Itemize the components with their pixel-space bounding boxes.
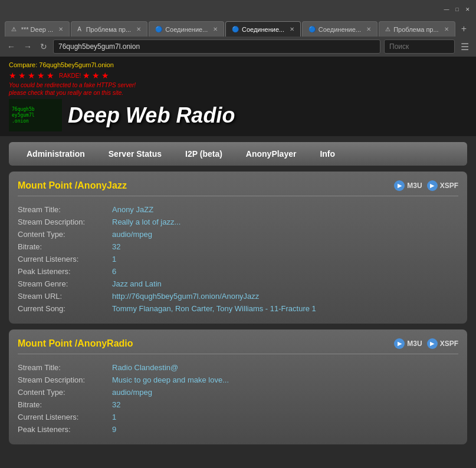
card-header-1: Mount Point /AnonyJazz ▶ M3U ▶ XSPF xyxy=(18,180,458,196)
xspf-icon-1: ▶ xyxy=(427,180,438,191)
field-value: audio/mpeg xyxy=(112,228,458,240)
compare-url: 76qugh5bey5gum7l.onion xyxy=(39,61,114,68)
maximize-button[interactable]: □ xyxy=(454,6,461,13)
address-bar: ← → ↻ ☰ xyxy=(0,37,476,57)
m3u-button-1[interactable]: ▶ M3U xyxy=(394,180,422,191)
tab-6[interactable]: ⚠ Проблема пр... ✕ xyxy=(379,21,455,37)
back-button[interactable]: ← xyxy=(5,41,18,52)
tab-close-5[interactable]: ✕ xyxy=(366,26,371,32)
tab-close-3[interactable]: ✕ xyxy=(213,26,218,32)
tab-close-1[interactable]: ✕ xyxy=(58,26,63,32)
nav-i2p-beta[interactable]: I2P (beta) xyxy=(173,149,234,159)
tab-2[interactable]: А Проблема пр... ✕ xyxy=(71,21,147,37)
field-value: Jazz and Latin xyxy=(112,278,458,290)
compare-label: Compare: xyxy=(9,61,37,68)
star-7: ★ xyxy=(92,71,100,80)
browser-menu-button[interactable]: ☰ xyxy=(458,40,471,54)
field-value: 9 xyxy=(112,423,458,436)
table-row: Stream Title: Radio Clandestin@ xyxy=(18,361,458,374)
field-label: Bitrate: xyxy=(18,240,112,253)
m3u-icon-2: ▶ xyxy=(394,338,405,349)
table-row: Bitrate: 32 xyxy=(18,240,458,253)
xspf-button-2[interactable]: ▶ XSPF xyxy=(427,338,458,349)
tab-3[interactable]: 🔵 Соединение... ✕ xyxy=(149,21,224,37)
field-label: Bitrate: xyxy=(18,398,112,411)
table-row: Content Type: audio/mpeg xyxy=(18,228,458,240)
field-value: Music to go deep and make love... xyxy=(112,374,458,386)
mount-card-2: Mount Point /AnonyRadio ▶ M3U ▶ XSPF Str… xyxy=(9,329,467,444)
stream-url-value[interactable]: http://76qugh5bey5gum7l.onion/AnonyJazz xyxy=(112,290,458,302)
table-row: Bitrate: 32 xyxy=(18,398,458,411)
field-label: Stream Title: xyxy=(18,203,112,216)
star-2: ★ xyxy=(18,71,26,80)
xspf-icon-2: ▶ xyxy=(427,338,438,349)
url-input[interactable] xyxy=(53,39,380,54)
tab-close-4[interactable]: ✕ xyxy=(290,26,294,32)
field-label: Content Type: xyxy=(18,228,112,240)
field-label: Peak Listeners: xyxy=(18,265,112,278)
nav-anony-player[interactable]: AnonyPlayer xyxy=(234,149,308,159)
search-input[interactable] xyxy=(384,39,455,54)
window-controls[interactable]: — □ ✕ xyxy=(443,6,471,13)
tabs-bar: ⚠ *** Deep ... ✕ А Проблема пр... ✕ 🔵 Со… xyxy=(0,19,476,37)
nav-administration[interactable]: Administration xyxy=(15,149,97,159)
site-title: Deep Web Radio xyxy=(68,103,235,128)
xspf-button-1[interactable]: ▶ XSPF xyxy=(427,180,458,191)
stream-table-2: Stream Title: Radio Clandestin@ Stream D… xyxy=(18,361,458,436)
xspf-label-2: XSPF xyxy=(440,340,458,348)
close-button[interactable]: ✕ xyxy=(464,6,471,13)
card-actions-2: ▶ M3U ▶ XSPF xyxy=(394,338,458,349)
mount-title-2: Mount Point /AnonyRadio xyxy=(18,338,133,349)
tab-title-6: Проблема пр... xyxy=(393,26,438,33)
tab-favicon-6: ⚠ xyxy=(385,26,391,33)
table-row: Stream Description: Music to go deep and… xyxy=(18,374,458,386)
star-4: ★ xyxy=(37,71,45,80)
table-row: Peak Listeners: 6 xyxy=(18,265,458,278)
reload-button[interactable]: ↻ xyxy=(38,41,50,52)
tab-1[interactable]: ⚠ *** Deep ... ✕ xyxy=(5,21,70,37)
tab-close-2[interactable]: ✕ xyxy=(136,26,141,32)
field-value: Anony JaZZ xyxy=(112,203,458,216)
field-label: Stream Genre: xyxy=(18,278,112,290)
star-5: ★ xyxy=(47,71,54,80)
table-row: Current Song: Tommy Flanagan, Ron Carter… xyxy=(18,302,458,315)
tab-title-4: Соединение... xyxy=(242,26,284,33)
compare-bar: Compare: 76qugh5bey5gum7l.onion xyxy=(9,61,467,68)
new-tab-button[interactable]: + xyxy=(457,21,471,37)
table-row: Stream Genre: Jazz and Latin xyxy=(18,278,458,290)
field-value: 32 xyxy=(112,398,458,411)
warning-text-2: please check that you really are on this… xyxy=(9,90,467,96)
card-actions-1: ▶ M3U ▶ XSPF xyxy=(394,180,458,191)
star-3: ★ xyxy=(28,71,35,80)
field-label: Current Listeners: xyxy=(18,253,112,265)
table-row: Stream Title: Anony JaZZ xyxy=(18,203,458,216)
field-value: Tommy Flanagan, Ron Carter, Tony William… xyxy=(112,302,458,315)
star-6: ★ xyxy=(83,71,90,80)
m3u-button-2[interactable]: ▶ M3U xyxy=(394,338,422,349)
table-row: Content Type: audio/mpeg xyxy=(18,386,458,398)
nav-bar: Administration Server Status I2P (beta) … xyxy=(9,142,467,166)
m3u-label-1: M3U xyxy=(407,182,422,190)
tab-favicon-3: 🔵 xyxy=(155,26,162,33)
star-8: ★ xyxy=(101,71,109,80)
tab-favicon-4: 🔵 xyxy=(232,26,239,33)
table-row: Stream Description: Really a lot of jazz… xyxy=(18,216,458,228)
field-value: 6 xyxy=(112,265,458,278)
tab-title-2: Проблема пр... xyxy=(86,26,131,33)
field-label: Stream Title: xyxy=(18,361,112,374)
table-row: Peak Listeners: 9 xyxy=(18,423,458,436)
minimize-button[interactable]: — xyxy=(443,6,450,13)
tab-4[interactable]: 🔵 Соединение... ✕ xyxy=(225,21,301,37)
tab-title-5: Соединение... xyxy=(319,26,361,33)
tab-5[interactable]: 🔵 Соединение... ✕ xyxy=(302,21,377,37)
stars-row: ★ ★ ★ ★ ★ RAKDE! ★ ★ ★ xyxy=(9,71,467,80)
nav-server-status[interactable]: Server Status xyxy=(97,149,173,159)
table-row: Current Listeners: 1 xyxy=(18,253,458,265)
field-label: Stream URL: xyxy=(18,290,112,302)
tab-title-3: Соединение... xyxy=(165,26,208,33)
tab-close-6[interactable]: ✕ xyxy=(444,26,449,32)
forward-button[interactable]: → xyxy=(21,41,34,52)
nav-info[interactable]: Info xyxy=(308,149,347,159)
warning-text-1: You could be redirected to a fake HTTPS … xyxy=(9,82,467,88)
tab-title-1: *** Deep ... xyxy=(21,26,53,33)
